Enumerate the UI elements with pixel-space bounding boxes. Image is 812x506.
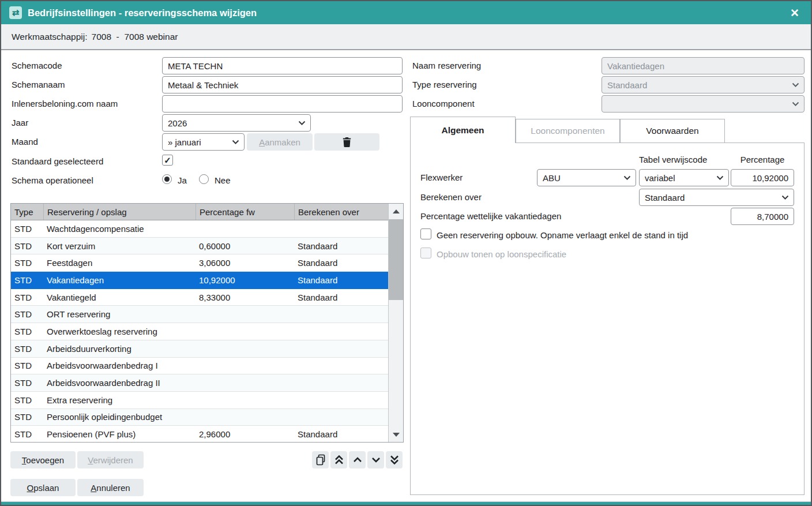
table-cell: Standaard xyxy=(294,258,388,268)
opbouw-tonen-label: Opbouw tonen op loonspecificatie xyxy=(437,249,566,259)
berekenen-over-select[interactable]: Standaard xyxy=(639,189,794,206)
col-header-type[interactable]: Type xyxy=(11,204,43,220)
scroll-down-icon[interactable] xyxy=(389,427,403,442)
col-header-reservering[interactable]: Reservering / opslag xyxy=(43,204,196,220)
col-header-percentage-fw[interactable]: Percentage fw xyxy=(196,204,294,220)
type-reservering-select: Standaard xyxy=(602,76,805,93)
table-cell: 8,33000 xyxy=(196,293,294,302)
move-down-button[interactable] xyxy=(367,451,384,468)
trash-icon xyxy=(343,137,351,147)
maand-select[interactable]: » januari xyxy=(162,133,245,151)
table-row[interactable]: STDKort verzuim0,60000Standaard xyxy=(11,238,388,255)
tab-voorwaarden[interactable]: Voorwaarden xyxy=(620,119,725,143)
col-header-berekenen-over[interactable]: Berekenen over xyxy=(294,204,388,220)
flexwerker-cao-select[interactable]: ABU xyxy=(537,169,636,186)
chevron-down-icon xyxy=(298,121,306,125)
chevron-up-icon xyxy=(353,457,362,463)
table-cell: Arbeidsvoorwaardenbedrag I xyxy=(43,361,196,370)
transfer-arrows-icon: ⇄ xyxy=(9,6,22,19)
schema-operationeel-label: Schema operationeel xyxy=(12,175,93,185)
move-top-button[interactable] xyxy=(330,451,347,468)
chevron-down-icon xyxy=(792,83,799,87)
opslaan-button-label: Opslaan xyxy=(27,483,59,493)
table-cell: Wachtdagencompensatie xyxy=(43,224,196,234)
table-row[interactable]: STDFeestdagen3,06000Standaard xyxy=(11,254,388,272)
delete-month-button[interactable] xyxy=(314,133,379,151)
table-row[interactable]: STDORT reservering xyxy=(11,306,388,323)
table-cell: STD xyxy=(11,309,43,319)
standaard-geselecteerd-checkbox[interactable]: ✓ xyxy=(162,155,173,166)
copy-pages-icon xyxy=(315,454,326,466)
table-cell: Feestdagen xyxy=(43,258,196,268)
annuleren-button[interactable]: Annuleren xyxy=(77,479,144,496)
aanmaken-button-label: Aanmaken xyxy=(259,137,300,147)
tab-looncomponenten[interactable]: Looncomponenten xyxy=(516,119,620,143)
berekenen-over-label: Berekenen over xyxy=(420,192,482,202)
move-up-button[interactable] xyxy=(349,451,366,468)
flexwerker-percentage-input[interactable] xyxy=(731,169,794,186)
verwijderen-button[interactable]: Verwijderen xyxy=(77,451,144,468)
looncomponent-label: Looncomponent xyxy=(412,99,475,108)
title-bar: ⇄ Bedrijfsinstellingen - reserveringssch… xyxy=(1,1,811,24)
table-cell: Persoonlijk opleidingenbudget xyxy=(43,412,196,422)
table-cell: Vakantiedagen xyxy=(43,275,196,285)
reserveringen-table: Type Reservering / opslag Percentage fw … xyxy=(10,203,404,443)
operationeel-ja-radio[interactable] xyxy=(162,174,172,184)
inlenersbeloning-input[interactable] xyxy=(162,95,403,113)
naam-reservering-label: Naam reservering xyxy=(412,61,481,70)
operationeel-nee-radio[interactable] xyxy=(199,174,209,184)
opslaan-button[interactable]: Opslaan xyxy=(10,479,76,496)
schemanaam-input[interactable] xyxy=(162,76,403,93)
table-row[interactable]: STDWachtdagencompensatie xyxy=(11,220,388,238)
table-cell: STD xyxy=(11,378,43,388)
chevron-down-icon xyxy=(716,175,724,180)
table-row[interactable]: STDVakantiegeld8,33000Standaard xyxy=(11,289,388,306)
table-cell: STD xyxy=(11,293,43,302)
pct-wettelijke-vakantiedagen-input[interactable] xyxy=(731,208,794,225)
row-move-buttons xyxy=(312,451,403,468)
schemacode-input[interactable] xyxy=(162,57,403,74)
annuleren-button-label: Annuleren xyxy=(91,483,130,493)
flexwerker-cao-value: ABU xyxy=(543,173,561,183)
table-cell: 3,06000 xyxy=(196,258,294,268)
table-row[interactable]: STDVakantiedagen10,92000Standaard xyxy=(11,272,388,289)
geen-opbouw-checkbox[interactable] xyxy=(420,228,431,239)
werkmaatschappij-bar: Werkmaatschappij: 7008 - 7008 webinar xyxy=(1,24,811,50)
table-cell: STD xyxy=(11,361,43,370)
toevoegen-button[interactable]: Toevoegen xyxy=(10,451,76,468)
werkmaatschappij-value: 7008 - 7008 webinar xyxy=(92,32,178,42)
percentage-header: Percentage xyxy=(731,155,794,164)
naam-reservering-input: Vakantiedagen xyxy=(602,57,805,74)
table-row[interactable]: STDPensioenen (PVF plus)2,96000Standaard xyxy=(11,426,388,442)
table-cell: Extra reservering xyxy=(43,395,196,405)
chevron-down-icon xyxy=(781,195,789,200)
flexwerker-verwijscode-select[interactable]: variabel xyxy=(639,169,729,186)
table-cell: Pensioenen (PVF plus) xyxy=(43,429,196,439)
tab-algemeen[interactable]: Algemeen xyxy=(410,117,516,143)
table-header: Type Reservering / opslag Percentage fw … xyxy=(11,204,388,220)
move-bottom-button[interactable] xyxy=(386,451,403,468)
table-row[interactable]: STDArbeidsvoorwaardenbedrag II xyxy=(11,374,388,392)
berekenen-over-value: Standaard xyxy=(645,193,685,203)
table-cell: STD xyxy=(11,344,43,354)
table-scrollbar[interactable] xyxy=(388,204,403,442)
scrollbar-thumb[interactable] xyxy=(389,219,403,300)
aanmaken-button[interactable]: Aanmaken xyxy=(247,133,313,151)
table-cell: Overwerktoeslag reservering xyxy=(43,327,196,336)
scroll-up-icon[interactable] xyxy=(389,204,403,219)
close-icon[interactable]: ✕ xyxy=(787,6,803,20)
table-row[interactable]: STDArbeidsvoorwaardenbedrag I xyxy=(11,358,388,375)
double-chevron-down-icon xyxy=(390,455,399,464)
double-chevron-up-icon xyxy=(334,455,344,464)
table-row[interactable]: STDExtra reservering xyxy=(11,392,388,409)
chevron-down-icon xyxy=(792,102,799,106)
table-row[interactable]: STDOverwerktoeslag reservering xyxy=(11,323,388,340)
table-row[interactable]: STDArbeidsduurverkorting xyxy=(11,340,388,358)
table-row[interactable]: STDPersoonlijk opleidingenbudget xyxy=(11,409,388,426)
table-cell: STD xyxy=(11,275,43,285)
jaar-select[interactable]: 2026 xyxy=(162,114,311,132)
copy-row-button[interactable] xyxy=(312,451,329,468)
chevron-down-icon xyxy=(371,457,381,463)
dialog-window: ⇄ Bedrijfsinstellingen - reserveringssch… xyxy=(0,0,812,506)
operationeel-nee-label: Nee xyxy=(215,175,231,185)
